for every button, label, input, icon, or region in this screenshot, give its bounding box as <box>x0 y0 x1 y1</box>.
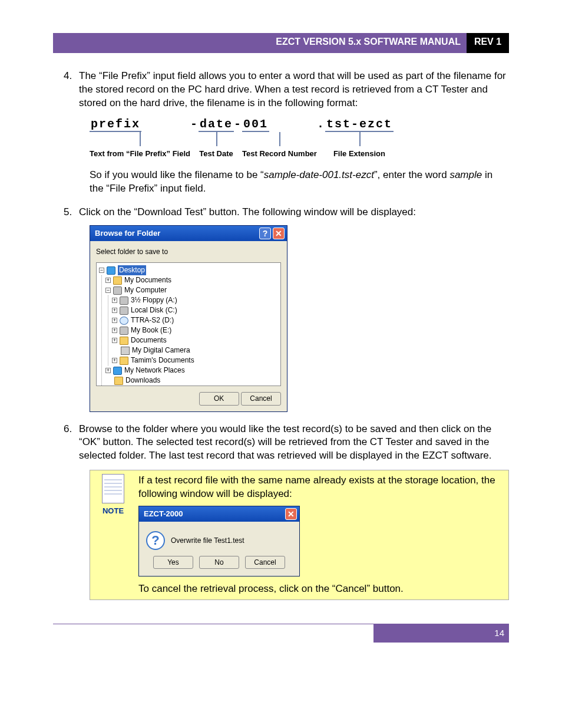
overwrite-title: EZCT-2000 <box>144 509 283 519</box>
camera-icon <box>121 347 130 355</box>
ok-button[interactable]: OK <box>199 392 239 405</box>
step4-para2: So if you would like the filename to be … <box>90 169 509 196</box>
close-icon[interactable]: ✕ <box>273 228 285 239</box>
desktop-icon <box>107 266 115 275</box>
fname-ext: tst-ezct <box>325 117 394 132</box>
header-title: EZCT VERSION 5.x SOFTWARE MANUAL <box>53 33 467 53</box>
fname-num: 001 <box>242 117 269 132</box>
note-line1: If a test record file with the same name… <box>138 474 505 501</box>
help-icon[interactable]: ? <box>259 228 271 239</box>
tree-mybook[interactable]: My Book (E:) <box>131 325 171 335</box>
tree-ttra[interactable]: TTRA-S2 (D:) <box>131 315 174 325</box>
folder-icon <box>120 337 128 345</box>
browse-for-folder-dialog: Browse for Folder ? ✕ Select folder to s… <box>90 225 287 411</box>
tree-localc[interactable]: Local Disk (C:) <box>131 305 177 315</box>
yes-button[interactable]: Yes <box>153 556 193 569</box>
expand-icon[interactable]: + <box>105 368 111 373</box>
cd-icon <box>120 317 128 325</box>
folder-icon <box>113 276 122 285</box>
page-footer: 14 <box>53 624 509 643</box>
drive-icon <box>120 307 128 315</box>
tree-tamim[interactable]: Tamim's Documents <box>131 355 194 365</box>
step6-number: 6. <box>53 423 79 463</box>
note-label: NOTE <box>94 506 133 516</box>
expand-icon[interactable]: + <box>112 308 117 313</box>
tree-mycomputer[interactable]: My Computer <box>124 285 167 295</box>
folder-tree[interactable]: − Desktop +My Documents −My Computer +3½… <box>96 262 281 386</box>
collapse-icon[interactable]: − <box>105 288 111 293</box>
note-line2: To cancel the retrieval process, click o… <box>138 582 505 596</box>
note-block: NOTE If a test record file with the same… <box>90 470 509 600</box>
floppy-icon <box>120 297 128 305</box>
expand-icon[interactable]: + <box>112 318 117 323</box>
header-rev: REV 1 <box>467 33 509 53</box>
step4-number: 4. <box>53 70 79 110</box>
tree-desktop[interactable]: Desktop <box>118 265 146 275</box>
close-icon[interactable]: ✕ <box>285 508 297 520</box>
fname-label-date: Test Date <box>199 132 234 159</box>
overwrite-dialog: EZCT-2000 ✕ ? Overwrite file Test1.test … <box>138 506 300 577</box>
tree-mydocs[interactable]: My Documents <box>124 275 171 285</box>
folder-icon <box>120 357 128 365</box>
drive-icon <box>120 327 128 335</box>
browse-dialog-title: Browse for Folder <box>95 228 257 239</box>
step5-number: 5. <box>53 206 79 219</box>
tree-downloads[interactable]: Downloads <box>125 375 160 386</box>
cancel-button[interactable]: Cancel <box>245 556 285 569</box>
expand-icon[interactable]: + <box>105 278 111 283</box>
step4-para1: The “File Prefix” input field allows you… <box>79 70 509 110</box>
fname-label-ext: File Extension <box>325 132 394 159</box>
network-icon <box>113 367 122 375</box>
overwrite-message: Overwrite file Test1.test <box>171 536 244 545</box>
tree-floppy[interactable]: 3½ Floppy (A:) <box>131 295 177 305</box>
step6-text: Browse to the folder where you would lik… <box>79 423 509 463</box>
fname-label-prefix: Text from “File Prefix” Field <box>90 132 190 159</box>
question-icon: ? <box>146 531 165 550</box>
browse-subtitle: Select folder to save to <box>96 247 281 256</box>
cancel-button[interactable]: Cancel <box>241 392 281 405</box>
fname-date: date <box>199 117 234 132</box>
page-number: 14 <box>373 624 509 643</box>
expand-icon[interactable]: + <box>112 298 117 303</box>
fname-label-num: Test Record Number <box>242 132 317 159</box>
page-header: EZCT VERSION 5.x SOFTWARE MANUAL REV 1 <box>53 33 509 53</box>
computer-icon <box>113 286 122 295</box>
expand-icon[interactable]: + <box>112 358 117 363</box>
note-icon <box>102 474 124 503</box>
tree-documents[interactable]: Documents <box>131 335 167 345</box>
tree-camera[interactable]: My Digital Camera <box>132 345 190 355</box>
tree-netplaces[interactable]: My Network Places <box>124 365 185 375</box>
step5-text: Click on the “Download Test” button. The… <box>79 206 509 219</box>
expand-icon[interactable]: + <box>112 328 117 333</box>
filename-diagram: prefix - date - 001 . tst-ezct Text from… <box>90 116 509 159</box>
folder-icon <box>114 377 123 385</box>
no-button[interactable]: No <box>199 556 239 569</box>
fname-prefix: prefix <box>90 117 141 132</box>
expand-icon[interactable]: + <box>112 338 117 343</box>
collapse-icon[interactable]: − <box>99 268 104 273</box>
